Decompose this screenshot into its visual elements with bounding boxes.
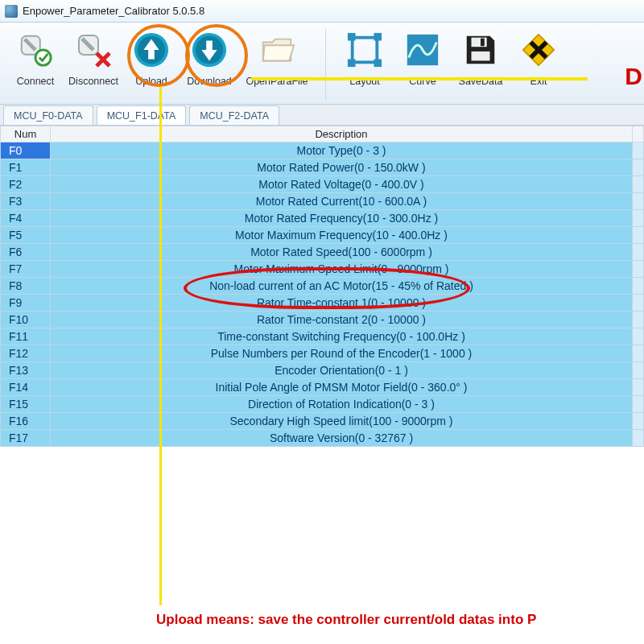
openparafile-label: OpenParaFile (246, 76, 308, 87)
cell-num[interactable]: F10 (1, 312, 51, 328)
curve-icon (403, 31, 442, 69)
cell-num[interactable]: F17 (1, 430, 51, 447)
cell-extra (633, 328, 644, 345)
cell-extra (633, 176, 644, 193)
cell-num[interactable]: F13 (1, 362, 51, 379)
cell-num[interactable]: F11 (1, 328, 51, 345)
cell-description[interactable]: Rator Time-constant 2(0 - 10000 ) (51, 312, 633, 328)
cell-description[interactable]: Software Version(0 - 32767 ) (51, 430, 633, 447)
cell-num[interactable]: F0 (1, 142, 51, 159)
cell-num[interactable]: F7 (1, 261, 51, 278)
cell-description[interactable]: Time-constant Switching Frequency(0 - 10… (51, 328, 633, 345)
exit-icon (519, 31, 558, 69)
cell-num[interactable]: F12 (1, 345, 51, 362)
svg-rect-9 (374, 33, 382, 41)
cell-num[interactable]: F8 (1, 278, 51, 295)
svg-rect-13 (472, 38, 487, 47)
floppy-icon (461, 31, 500, 69)
table-row[interactable]: F1Motor Rated Power(0 - 150.0kW ) (1, 159, 644, 176)
cell-extra (633, 312, 644, 328)
cell-description[interactable]: Motor Maximum Frequency(10 - 400.0Hz ) (51, 227, 633, 244)
download-button[interactable]: Download (180, 27, 238, 87)
cell-extra (633, 362, 644, 379)
cell-description[interactable]: Rator Time-constant 1(0 - 10000 ) (51, 295, 633, 312)
table-row[interactable]: F16Secondary High Speed limit(100 - 9000… (1, 413, 644, 430)
tab-strip: MCU_F0-DATAMCU_F1-DATAMCU_F2-DATA (0, 105, 644, 126)
truncated-text-right: D (625, 63, 642, 90)
table-row[interactable]: F10Rator Time-constant 2(0 - 10000 ) (1, 312, 644, 328)
layout-icon (345, 31, 384, 69)
disconnect-label: Disconnect (68, 76, 118, 87)
cell-description[interactable]: Initial Pole Angle of PMSM Motor Field(0… (51, 379, 633, 396)
cell-extra (633, 227, 644, 244)
parameter-table[interactable]: Num Description F0Motor Type(0 - 3 )F1Mo… (0, 126, 644, 447)
window-titlebar: Enpower_Parameter_Calibrator 5.0.5.8 (0, 0, 644, 23)
savedata-label: SaveData (459, 76, 503, 87)
table-row[interactable]: F12Pulse Numbers per Round of the Encode… (1, 345, 644, 362)
table-row[interactable]: F0Motor Type(0 - 3 ) (1, 142, 644, 159)
upload-button[interactable]: Upload (122, 27, 180, 87)
table-row[interactable]: F4Motor Rated Frequency(10 - 300.0Hz ) (1, 210, 644, 227)
cell-num[interactable]: F6 (1, 244, 51, 261)
table-row[interactable]: F3Motor Rated Current(10 - 600.0A ) (1, 193, 644, 210)
cell-num[interactable]: F14 (1, 379, 51, 396)
svg-point-1 (35, 50, 51, 65)
cell-description[interactable]: Encoder Orientation(0 - 1 ) (51, 362, 633, 379)
disconnect-button[interactable]: Disconnect (64, 27, 122, 87)
table-row[interactable]: F6Motor Rated Speed(100 - 6000rpm ) (1, 244, 644, 261)
cell-description[interactable]: Secondary High Speed limit(100 - 9000rpm… (51, 413, 633, 430)
cell-description[interactable]: Motor Rated Power(0 - 150.0kW ) (51, 159, 633, 176)
table-row[interactable]: F2Motor Rated Voltage(0 - 400.0V ) (1, 176, 644, 193)
cell-num[interactable]: F16 (1, 413, 51, 430)
cell-description[interactable]: Motor Rated Speed(100 - 6000rpm ) (51, 244, 633, 261)
table-row[interactable]: F13Encoder Orientation(0 - 1 ) (1, 362, 644, 379)
svg-rect-7 (353, 38, 378, 63)
exit-button[interactable]: Exit (510, 27, 568, 87)
cell-num[interactable]: F15 (1, 396, 51, 413)
table-row[interactable]: F15Direction of Rotation Indication(0 - … (1, 396, 644, 413)
tab-mcu-f0-data[interactable]: MCU_F0-DATA (3, 105, 93, 125)
table-row[interactable]: F9Rator Time-constant 1(0 - 10000 ) (1, 295, 644, 312)
cell-description[interactable]: Motor Rated Frequency(10 - 300.0Hz ) (51, 210, 633, 227)
plug-check-icon (16, 31, 55, 69)
table-row[interactable]: F14Initial Pole Angle of PMSM Motor Fiel… (1, 379, 644, 396)
cell-num[interactable]: F2 (1, 176, 51, 193)
cell-extra (633, 413, 644, 430)
svg-rect-11 (374, 60, 382, 68)
cell-description[interactable]: Direction of Rotation Indication(0 - 3 ) (51, 396, 633, 413)
cell-description[interactable]: Pulse Numbers per Round of the Encoder(1… (51, 345, 633, 362)
upload-label: Upload (135, 76, 167, 87)
cell-extra (633, 261, 644, 278)
cell-extra (633, 278, 644, 295)
cell-description[interactable]: Motor Rated Voltage(0 - 400.0V ) (51, 176, 633, 193)
tab-mcu-f2-data[interactable]: MCU_F2-DATA (189, 105, 279, 125)
openparafile-button[interactable]: OpenParaFile (238, 27, 316, 87)
download-icon (190, 31, 229, 69)
curve-button[interactable]: Curve (394, 27, 452, 87)
table-row[interactable]: F7Motor Maximum Speed Limit(0 - 9000rpm … (1, 261, 644, 278)
cell-num[interactable]: F9 (1, 295, 51, 312)
cell-num[interactable]: F1 (1, 159, 51, 176)
table-row[interactable]: F17Software Version(0 - 32767 ) (1, 430, 644, 447)
cell-description[interactable]: Non-load current of an AC Motor(15 - 45%… (51, 278, 633, 295)
table-row[interactable]: F8Non-load current of an AC Motor(15 - 4… (1, 278, 644, 295)
savedata-button[interactable]: SaveData (452, 27, 510, 87)
cell-description[interactable]: Motor Type(0 - 3 ) (51, 142, 633, 159)
cell-num[interactable]: F5 (1, 227, 51, 244)
tab-mcu-f1-data[interactable]: MCU_F1-DATA (97, 105, 187, 125)
table-row[interactable]: F11Time-constant Switching Frequency(0 -… (1, 328, 644, 345)
column-header-extra (633, 126, 644, 142)
column-header-num[interactable]: Num (1, 126, 51, 142)
cell-num[interactable]: F3 (1, 193, 51, 210)
cell-num[interactable]: F4 (1, 210, 51, 227)
table-row[interactable]: F5Motor Maximum Frequency(10 - 400.0Hz ) (1, 227, 644, 244)
svg-rect-10 (348, 60, 356, 68)
cell-description[interactable]: Motor Rated Current(10 - 600.0A ) (51, 193, 633, 210)
cell-extra (633, 193, 644, 210)
column-header-description[interactable]: Description (51, 126, 633, 142)
download-label: Download (187, 76, 232, 87)
layout-button[interactable]: Layout (336, 27, 394, 87)
cell-description[interactable]: Motor Maximum Speed Limit(0 - 9000rpm ) (51, 261, 633, 278)
connect-button[interactable]: Connect (6, 27, 64, 87)
cell-extra (633, 345, 644, 362)
